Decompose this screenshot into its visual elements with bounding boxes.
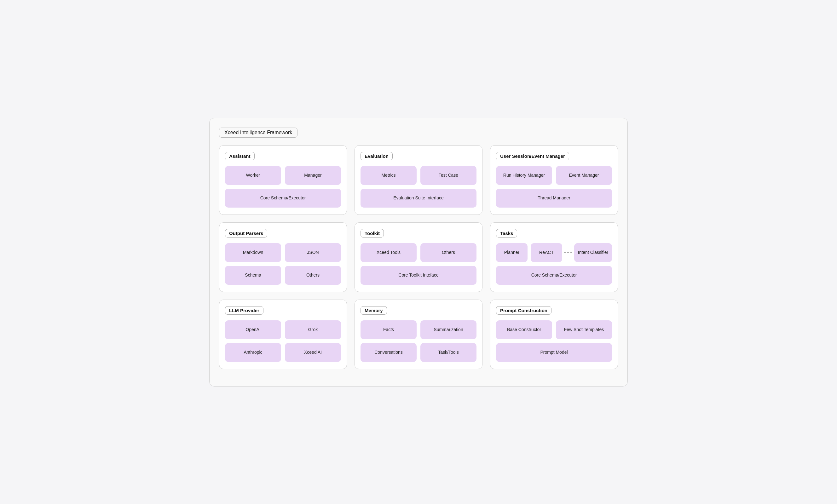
section-assistant: Assistant Worker Manager Core Schema/Exe… (219, 145, 347, 215)
user-session-row-1: Run History Manager Event Manager (496, 166, 612, 185)
framework-title: Xceed Intelligence Framework (219, 128, 298, 138)
toolkit-items: Xceed Tools Others Core Toolkit Inteface (360, 243, 477, 285)
chip-thread-manager: Thread Manager (496, 189, 612, 208)
chip-manager: Manager (285, 166, 341, 185)
llm-provider-row-1: OpenAI Grok (225, 320, 341, 339)
evaluation-row-1: Metrics Test Case (360, 166, 477, 185)
chip-core-toolkit: Core Toolkit Inteface (360, 266, 477, 285)
section-toolkit-label: Toolkit (360, 229, 384, 237)
toolkit-row-1: Xceed Tools Others (360, 243, 477, 262)
section-llm-provider: LLM Provider OpenAI Grok Anthropic Xceed… (219, 300, 347, 369)
section-evaluation: Evaluation Metrics Test Case Evaluation … (355, 145, 482, 215)
llm-provider-items: OpenAI Grok Anthropic Xceed AI (225, 320, 341, 362)
user-session-items: Run History Manager Event Manager Thread… (496, 166, 612, 208)
chip-prompt-model: Prompt Model (496, 343, 612, 362)
chip-react: ReACT (531, 243, 562, 262)
section-tasks-label: Tasks (496, 229, 517, 237)
row-2: Output Parsers Markdown JSON Schema Othe… (219, 222, 618, 292)
chip-openai: OpenAI (225, 320, 281, 339)
chip-eval-suite: Evaluation Suite Interface (360, 189, 477, 208)
prompt-construction-row-2: Prompt Model (496, 343, 612, 362)
section-memory: Memory Facts Summarization Conversations… (355, 300, 482, 369)
section-evaluation-label: Evaluation (360, 152, 393, 160)
chip-run-history: Run History Manager (496, 166, 552, 185)
section-tasks: Tasks Planner ReACT Intent Classifier Co… (490, 222, 618, 292)
chip-conversations: Conversations (360, 343, 416, 362)
assistant-row-1: Worker Manager (225, 166, 341, 185)
chip-task-tools: Task/Tools (421, 343, 477, 362)
user-session-row-2: Thread Manager (496, 189, 612, 208)
chip-facts: Facts (360, 320, 416, 339)
chip-test-case: Test Case (421, 166, 477, 185)
section-assistant-label: Assistant (225, 152, 255, 160)
chip-metrics: Metrics (360, 166, 416, 185)
chip-intent-classifier: Intent Classifier (574, 243, 612, 262)
memory-row-1: Facts Summarization (360, 320, 477, 339)
evaluation-items: Metrics Test Case Evaluation Suite Inter… (360, 166, 477, 208)
framework-diagram: Xceed Intelligence Framework Assistant W… (209, 118, 628, 386)
section-prompt-construction: Prompt Construction Base Constructor Few… (490, 300, 618, 369)
chip-event-manager: Event Manager (556, 166, 612, 185)
prompt-construction-row-1: Base Constructor Few Shot Templates (496, 320, 612, 339)
section-toolkit: Toolkit Xceed Tools Others Core Toolkit … (355, 222, 482, 292)
output-parsers-items: Markdown JSON Schema Others (225, 243, 341, 285)
chip-summarization: Summarization (421, 320, 477, 339)
llm-provider-row-2: Anthropic Xceed AI (225, 343, 341, 362)
memory-row-2: Conversations Task/Tools (360, 343, 477, 362)
chip-few-shot-templates: Few Shot Templates (556, 320, 612, 339)
row-3: LLM Provider OpenAI Grok Anthropic Xceed… (219, 300, 618, 369)
tasks-row-2: Core Schema/Executor (496, 266, 612, 285)
section-output-parsers: Output Parsers Markdown JSON Schema Othe… (219, 222, 347, 292)
chip-markdown: Markdown (225, 243, 281, 262)
assistant-row-2: Core Schema/Executor (225, 189, 341, 208)
row-1: Assistant Worker Manager Core Schema/Exe… (219, 145, 618, 215)
chip-json: JSON (285, 243, 341, 262)
chip-schema: Schema (225, 266, 281, 285)
section-user-session-label: User Session/Event Manager (496, 152, 569, 160)
chip-core-schema-executor: Core Schema/Executor (225, 189, 341, 208)
chip-anthropic: Anthropic (225, 343, 281, 362)
chip-others-parsers: Others (285, 266, 341, 285)
chip-tasks-core-schema: Core Schema/Executor (496, 266, 612, 285)
chip-base-constructor: Base Constructor (496, 320, 552, 339)
assistant-items: Worker Manager Core Schema/Executor (225, 166, 341, 208)
memory-items: Facts Summarization Conversations Task/T… (360, 320, 477, 362)
output-parsers-row-2: Schema Others (225, 266, 341, 285)
tasks-row-1: Planner ReACT Intent Classifier (496, 243, 612, 262)
chip-xceed-tools: Xceed Tools (360, 243, 416, 262)
chip-planner: Planner (496, 243, 528, 262)
chip-others-toolkit: Others (421, 243, 477, 262)
chip-xceed-ai: Xceed AI (285, 343, 341, 362)
toolkit-row-2: Core Toolkit Inteface (360, 266, 477, 285)
tasks-items: Planner ReACT Intent Classifier Core Sch… (496, 243, 612, 285)
section-memory-label: Memory (360, 306, 387, 315)
output-parsers-row-1: Markdown JSON (225, 243, 341, 262)
section-user-session: User Session/Event Manager Run History M… (490, 145, 618, 215)
section-prompt-construction-label: Prompt Construction (496, 306, 551, 315)
evaluation-row-2: Evaluation Suite Interface (360, 189, 477, 208)
section-llm-provider-label: LLM Provider (225, 306, 264, 315)
prompt-construction-items: Base Constructor Few Shot Templates Prom… (496, 320, 612, 362)
chip-worker: Worker (225, 166, 281, 185)
chip-grok: Grok (285, 320, 341, 339)
dashed-arrow (564, 252, 572, 253)
section-output-parsers-label: Output Parsers (225, 229, 267, 237)
